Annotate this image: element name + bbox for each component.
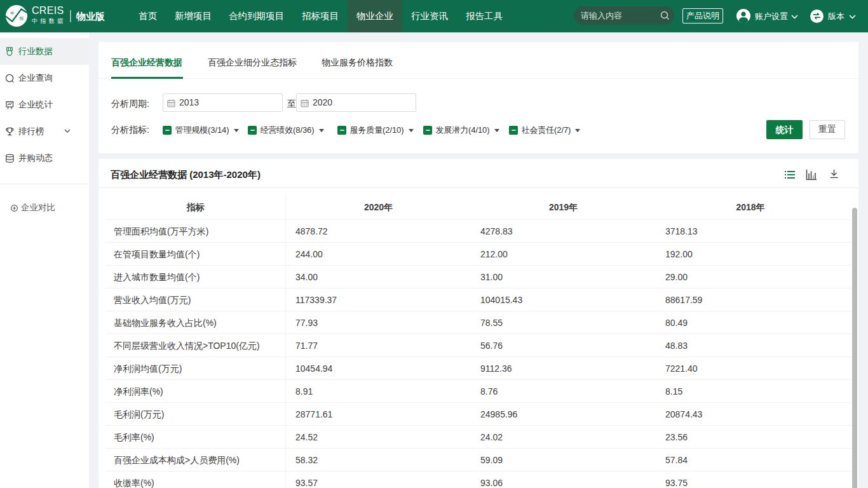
svg-text:中: 中 bbox=[10, 11, 15, 15]
svg-text:指: 指 bbox=[19, 16, 24, 20]
